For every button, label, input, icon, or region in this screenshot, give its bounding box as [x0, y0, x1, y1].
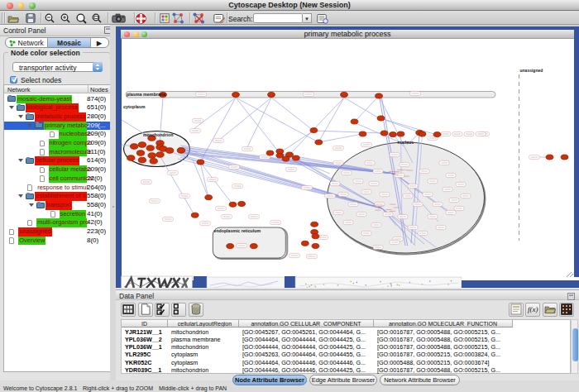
- svg-text:unassigned: unassigned: [519, 68, 543, 73]
- svg-text:nucleus: nucleus: [397, 140, 414, 145]
- svg-text:plasma membrane: plasma membrane: [127, 92, 165, 97]
- svg-text:mitochondrion: mitochondrion: [143, 132, 173, 137]
- svg-text:endoplasmic reticulum: endoplasmic reticulum: [213, 228, 261, 233]
- svg-text:f(x): f(x): [528, 305, 538, 313]
- svg-text:cytoplasm: cytoplasm: [123, 104, 146, 109]
